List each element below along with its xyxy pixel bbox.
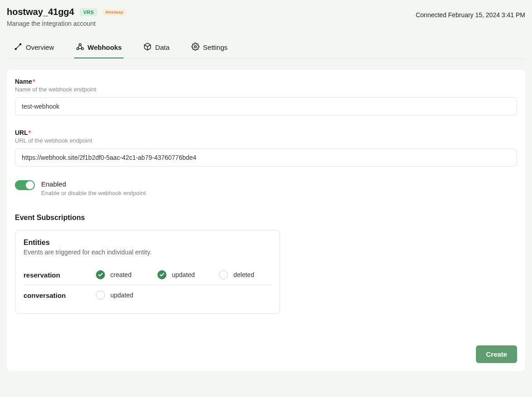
url-desc: URL of the webhook endpoint	[15, 137, 517, 144]
gear-icon	[191, 43, 200, 52]
check-group: updated	[96, 291, 159, 300]
svg-point-1	[20, 43, 21, 45]
check-group: updated	[157, 270, 210, 279]
checkbox-reservation-updated[interactable]	[157, 270, 166, 279]
check-label: updated	[172, 271, 195, 278]
tab-webhooks[interactable]: Webhooks	[74, 36, 124, 58]
enabled-label: Enabled	[41, 180, 146, 188]
check-label: created	[110, 271, 132, 278]
entity-rows: reservationcreatedupdateddeletedconversa…	[24, 265, 271, 305]
create-button[interactable]: Create	[476, 345, 517, 363]
overview-icon	[14, 43, 22, 52]
entities-desc: Events are triggered for each individual…	[24, 249, 271, 256]
tab-data[interactable]: Data	[142, 36, 171, 58]
page-title: hostway_41gg4	[7, 7, 74, 17]
enabled-desc: Enable or disable the webhook endpoint	[41, 190, 146, 196]
entities-title: Entities	[24, 239, 271, 247]
check-label: updated	[110, 292, 133, 299]
checkbox-conversation-updated[interactable]	[96, 291, 105, 300]
url-input[interactable]	[15, 148, 517, 167]
entity-row: reservationcreatedupdateddeleted	[24, 265, 271, 285]
entity-name: conversation	[24, 292, 87, 299]
tab-overview[interactable]: Overview	[12, 36, 56, 58]
required-star: *	[28, 129, 31, 136]
tab-settings[interactable]: Settings	[190, 36, 229, 58]
tab-settings-label: Settings	[203, 43, 228, 51]
header-left: hostway_41gg4 VRS Hostway Manage the int…	[7, 7, 126, 27]
enabled-toggle[interactable]	[15, 180, 35, 190]
enabled-text: Enabled Enable or disable the webhook en…	[41, 180, 146, 196]
check-group: created	[96, 270, 148, 279]
check-label: deleted	[233, 271, 254, 278]
checkbox-reservation-deleted[interactable]	[219, 270, 228, 279]
svg-point-0	[15, 48, 16, 50]
svg-point-5	[195, 46, 197, 48]
required-star: *	[33, 78, 35, 85]
entity-row: conversationupdated	[24, 285, 271, 305]
tab-webhooks-label: Webhooks	[88, 43, 122, 51]
entities-card: Entities Events are triggered for each i…	[15, 230, 280, 314]
enabled-field: Enabled Enable or disable the webhook en…	[15, 180, 517, 196]
tab-data-label: Data	[155, 43, 170, 51]
checkbox-reservation-created[interactable]	[96, 270, 105, 279]
webhook-form-panel: Name* Name of the webhook endpoint URL* …	[7, 70, 525, 371]
url-label: URL*	[15, 129, 517, 136]
check-group: deleted	[219, 270, 271, 279]
entity-name: reservation	[24, 271, 87, 279]
name-label: Name*	[15, 78, 517, 85]
page-header: hostway_41gg4 VRS Hostway Manage the int…	[7, 7, 525, 36]
url-field: URL* URL of the webhook endpoint	[15, 129, 517, 167]
page-subtitle: Manage the integration account	[7, 20, 126, 27]
badge-hostway: Hostway	[103, 9, 126, 15]
name-desc: Name of the webhook endpoint	[15, 86, 517, 93]
connected-status: Connected February 15, 2024 3:41 PM	[416, 7, 525, 19]
data-icon	[143, 43, 152, 52]
title-row: hostway_41gg4 VRS Hostway	[7, 7, 126, 17]
name-field: Name* Name of the webhook endpoint	[15, 78, 517, 115]
tab-overview-label: Overview	[26, 43, 54, 51]
form-footer: Create	[15, 345, 517, 363]
badge-vrs: VRS	[80, 8, 98, 16]
tab-bar: Overview Webhooks Data Settings	[7, 36, 525, 59]
webhooks-icon	[76, 43, 84, 52]
name-input[interactable]	[15, 97, 517, 115]
event-subscriptions-title: Event Subscriptions	[15, 214, 517, 222]
